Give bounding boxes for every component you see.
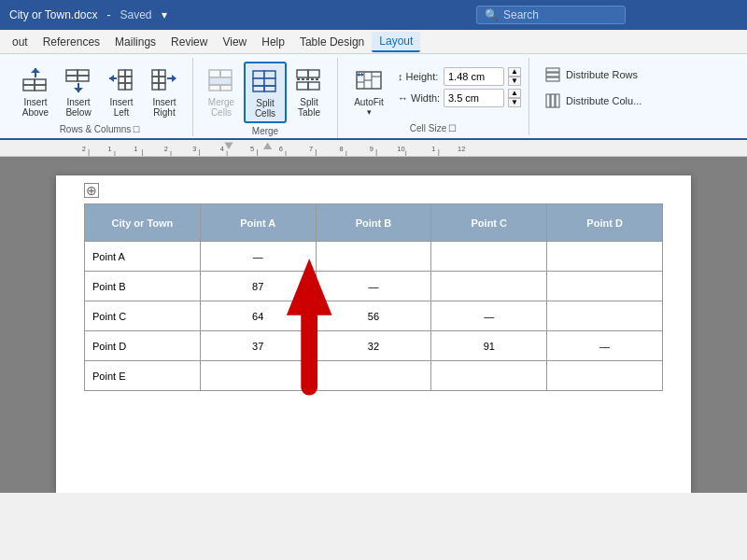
table-row: Point D 37 32 91 — xyxy=(85,331,663,361)
cell-pointa-a: — xyxy=(200,242,316,272)
insert-left-button[interactable]: InsertLeft xyxy=(101,62,142,121)
distribute-cols-button[interactable]: Distribute Colu... xyxy=(537,90,650,112)
svg-rect-56 xyxy=(546,77,559,81)
svg-rect-23 xyxy=(159,77,165,83)
svg-rect-20 xyxy=(152,70,159,77)
svg-text:1: 1 xyxy=(134,144,137,152)
search-bar[interactable]: 🔍 Search xyxy=(476,6,626,24)
svg-text:9: 9 xyxy=(370,144,374,152)
svg-marker-27 xyxy=(172,75,176,82)
svg-rect-54 xyxy=(546,68,559,72)
cell-pointb-c xyxy=(431,272,547,301)
cell-pointb-b: — xyxy=(316,272,431,301)
svg-rect-1 xyxy=(35,79,46,85)
rows-columns-expand-icon[interactable]: ☐ xyxy=(133,125,140,134)
svg-rect-24 xyxy=(152,83,159,90)
menu-item-help[interactable]: Help xyxy=(254,33,292,51)
autofit-button[interactable]: AutoFit ▾ xyxy=(345,62,392,120)
split-cells-button[interactable]: SplitCells xyxy=(244,62,287,123)
search-icon: 🔍 xyxy=(485,8,499,21)
height-down-button[interactable]: ▼ xyxy=(508,77,521,86)
header-point-d: Point D xyxy=(547,204,663,242)
svg-rect-42 xyxy=(297,82,308,90)
saved-status: Saved xyxy=(120,8,151,21)
cell-pointb-d xyxy=(547,272,663,301)
split-table-button[interactable]: SplitTable xyxy=(289,62,330,121)
menu-item-layout[interactable]: Layout xyxy=(372,32,420,52)
cell-pointa-c xyxy=(431,242,547,272)
insert-left-icon xyxy=(106,65,136,95)
width-input[interactable] xyxy=(444,89,504,107)
svg-rect-6 xyxy=(66,70,78,76)
svg-rect-32 xyxy=(220,85,232,91)
ribbon: InsertAbove InsertBelow xyxy=(0,54,747,140)
menu-item-view[interactable]: View xyxy=(215,33,254,51)
height-row: ↕ Height: ▲ ▼ xyxy=(398,67,521,86)
insert-right-button[interactable]: InsertRight xyxy=(144,62,185,121)
cell-pointe-city: Point E xyxy=(85,361,201,391)
insert-below-label: InsertBelow xyxy=(65,97,91,118)
search-placeholder: Search xyxy=(503,8,539,21)
split-cells-label: SplitCells xyxy=(255,98,275,119)
menu-item-references[interactable]: References xyxy=(35,33,107,51)
svg-rect-43 xyxy=(308,82,319,90)
svg-text:7: 7 xyxy=(309,144,313,152)
cell-pointe-c xyxy=(431,361,547,391)
menu-item-review[interactable]: Review xyxy=(163,33,215,51)
merge-group-label: Merge xyxy=(193,126,337,136)
document-page: ⊕ City or Town Point A Point B Point C P… xyxy=(56,175,691,493)
cell-pointa-city: Point A xyxy=(85,242,201,272)
menu-item-table-design[interactable]: Table Design xyxy=(292,33,372,51)
autofit-dropdown-icon: ▾ xyxy=(367,107,372,117)
menu-item-layout-left[interactable]: out xyxy=(5,33,35,51)
svg-rect-57 xyxy=(546,94,550,107)
insert-below-button[interactable]: InsertBelow xyxy=(58,62,99,121)
table-row: Point C 64 56 — xyxy=(85,301,663,331)
distribute-buttons: Distribute Rows Distribute Colu... xyxy=(537,58,650,112)
svg-rect-36 xyxy=(264,78,275,86)
menu-bar: out References Mailings Review View Help… xyxy=(0,30,747,54)
svg-marker-19 xyxy=(109,75,114,82)
menu-item-mailings[interactable]: Mailings xyxy=(107,33,163,51)
distribute-rows-button[interactable]: Distribute Rows xyxy=(537,63,650,86)
autofit-label: AutoFit xyxy=(354,97,384,107)
svg-rect-12 xyxy=(119,70,125,77)
table-row: Point A — xyxy=(85,242,663,272)
width-down-button[interactable]: ▼ xyxy=(508,98,521,107)
table-move-handle[interactable]: ⊕ xyxy=(84,183,99,198)
svg-text:1: 1 xyxy=(108,144,112,152)
merge-cells-button[interactable]: MergeCells xyxy=(201,62,242,121)
table-row: Point E xyxy=(85,361,663,391)
height-up-button[interactable]: ▲ xyxy=(508,67,521,77)
svg-rect-30 xyxy=(209,77,232,85)
svg-rect-59 xyxy=(556,94,559,107)
svg-text:3: 3 xyxy=(192,144,196,152)
insert-above-button[interactable]: InsertAbove xyxy=(15,62,56,121)
ribbon-group-cell-size: AutoFit ▾ ↕ Height: ▲ ▼ xyxy=(338,58,529,135)
svg-text:4: 4 xyxy=(220,144,224,152)
cell-pointd-b: 32 xyxy=(316,331,431,361)
ruler-svg: 2 1 1 2 3 4 5 6 7 8 9 10 1 12 xyxy=(56,140,747,157)
title-dropdown-icon[interactable]: ▾ xyxy=(162,8,167,21)
cell-pointc-b: 56 xyxy=(316,301,431,331)
svg-rect-2 xyxy=(23,85,35,91)
svg-text:8: 8 xyxy=(339,144,343,152)
distribute-rows-label: Distribute Rows xyxy=(566,69,638,80)
distribute-cols-icon xyxy=(545,93,560,108)
insert-below-icon xyxy=(63,65,93,95)
split-table-label: SplitTable xyxy=(298,97,320,118)
rows-columns-buttons: InsertAbove InsertBelow xyxy=(15,58,185,121)
header-point-a: Point A xyxy=(200,204,316,242)
cell-pointd-d: — xyxy=(547,331,663,361)
width-up-button[interactable]: ▲ xyxy=(508,89,521,98)
cell-size-expand-icon[interactable]: ☐ xyxy=(448,123,457,133)
cell-pointd-a: 37 xyxy=(200,331,316,361)
insert-right-label: InsertRight xyxy=(152,97,176,118)
svg-rect-40 xyxy=(308,70,319,77)
cell-pointb-a: 87 xyxy=(200,272,316,301)
cell-pointa-d xyxy=(547,242,663,272)
height-input[interactable] xyxy=(444,67,504,86)
height-spinner[interactable]: ▲ ▼ xyxy=(508,67,521,86)
width-spinner[interactable]: ▲ ▼ xyxy=(508,89,521,107)
cell-pointe-a xyxy=(200,361,316,391)
